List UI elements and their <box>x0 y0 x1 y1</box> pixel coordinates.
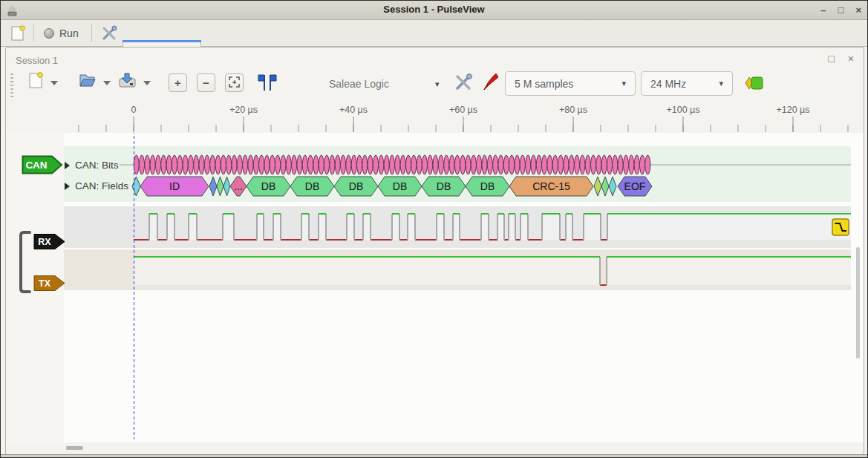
run-button[interactable]: Run <box>39 22 83 45</box>
can-bit[interactable] <box>183 155 188 174</box>
can-bit[interactable] <box>585 155 590 174</box>
can-bit[interactable] <box>210 155 215 174</box>
channel-tag-tx[interactable]: TX <box>33 275 66 292</box>
can-bit[interactable] <box>286 155 291 174</box>
save-dropdown-icon[interactable] <box>143 81 151 85</box>
can-bit[interactable] <box>547 155 552 174</box>
can-bit[interactable] <box>145 155 150 174</box>
device-dropdown-icon[interactable]: ▾ <box>435 79 440 89</box>
can-bit[interactable] <box>454 155 460 174</box>
can-bit[interactable] <box>444 155 449 174</box>
can-bit[interactable] <box>161 155 166 174</box>
can-bit[interactable] <box>536 155 541 174</box>
can-bit[interactable] <box>177 155 183 174</box>
waveform-tx[interactable] <box>134 257 851 285</box>
can-bit[interactable] <box>590 155 595 174</box>
can-bit[interactable] <box>526 155 531 174</box>
sample-count-select[interactable]: 5 M samples ▾ <box>505 71 636 96</box>
can-bit[interactable] <box>629 155 634 174</box>
can-bit[interactable] <box>215 155 221 174</box>
can-bit[interactable] <box>379 155 384 174</box>
sample-rate-select[interactable]: 24 MHz ▾ <box>641 71 733 96</box>
new-file-button[interactable] <box>27 71 45 92</box>
can-bit[interactable] <box>259 155 264 174</box>
toolbar-grip[interactable] <box>10 73 13 97</box>
can-bit[interactable] <box>302 155 307 174</box>
can-bit[interactable] <box>275 155 281 174</box>
decoder-row-fields[interactable]: CAN: Fields <box>65 180 128 192</box>
can-bit[interactable] <box>503 155 509 174</box>
open-dropdown-icon[interactable] <box>103 81 111 85</box>
can-bit[interactable] <box>417 155 422 174</box>
save-button[interactable] <box>117 71 137 92</box>
can-bit[interactable] <box>194 155 199 174</box>
vertical-scrollbar[interactable] <box>856 247 860 359</box>
add-decoder-button[interactable] <box>744 75 766 94</box>
show-cursors-button[interactable] <box>257 73 278 95</box>
can-bit[interactable] <box>373 155 378 174</box>
can-bit[interactable] <box>226 155 232 174</box>
device-label[interactable]: Saleae Logic <box>329 78 389 90</box>
can-bit[interactable] <box>395 155 400 174</box>
zoom-fit-button[interactable] <box>225 73 244 92</box>
can-bit[interactable] <box>634 155 639 174</box>
can-bit[interactable] <box>297 155 302 174</box>
can-bit[interactable] <box>204 155 209 174</box>
can-bit[interactable] <box>580 155 585 174</box>
can-bit[interactable] <box>596 155 601 174</box>
can-bit[interactable] <box>449 155 454 174</box>
can-bit[interactable] <box>166 155 172 174</box>
settings-button[interactable] <box>96 22 123 45</box>
new-file-dropdown-icon[interactable] <box>50 81 58 85</box>
can-bit[interactable] <box>232 155 237 174</box>
can-bit[interactable] <box>569 155 574 174</box>
can-bit[interactable] <box>552 155 558 174</box>
can-bit[interactable] <box>405 155 411 174</box>
can-bit[interactable] <box>384 155 389 174</box>
close-icon[interactable]: × <box>855 3 861 17</box>
can-bit[interactable] <box>607 155 612 174</box>
titlebar[interactable]: Session 1 - PulseView – □ × <box>1 1 867 20</box>
can-bit[interactable] <box>411 155 417 174</box>
channel-group-bracket[interactable] <box>18 230 33 294</box>
panel-close-icon[interactable]: × <box>848 53 854 65</box>
can-bit[interactable] <box>221 155 226 174</box>
can-bit[interactable] <box>618 155 623 174</box>
decoder-tag-can[interactable]: CAN <box>22 155 63 174</box>
can-bit[interactable] <box>330 155 335 174</box>
can-bit[interactable] <box>324 155 329 174</box>
zoom-out-button[interactable]: − <box>197 73 215 92</box>
can-bit[interactable] <box>422 155 427 174</box>
can-bit[interactable] <box>150 155 155 174</box>
can-bit[interactable] <box>248 155 253 174</box>
minimize-icon[interactable]: – <box>820 3 826 17</box>
can-bit[interactable] <box>509 155 515 174</box>
can-bit[interactable] <box>428 155 433 174</box>
can-bit[interactable] <box>389 155 394 174</box>
can-bit[interactable] <box>460 155 466 174</box>
can-bit[interactable] <box>243 155 248 174</box>
can-bit[interactable] <box>335 155 340 174</box>
can-bit[interactable] <box>139 155 144 174</box>
can-bit[interactable] <box>645 155 650 174</box>
can-bit[interactable] <box>292 155 297 174</box>
can-bit[interactable] <box>498 155 503 174</box>
can-bit[interactable] <box>564 155 569 174</box>
can-bit[interactable] <box>613 155 618 174</box>
can-bit[interactable] <box>558 155 563 174</box>
can-bit[interactable] <box>155 155 160 174</box>
zoom-in-button[interactable]: + <box>169 73 187 92</box>
can-bit[interactable] <box>281 155 286 174</box>
can-bit[interactable] <box>471 155 476 174</box>
horizontal-scrollbar[interactable] <box>66 446 83 450</box>
can-bit[interactable] <box>313 155 319 174</box>
can-bit[interactable] <box>574 155 579 174</box>
can-bit[interactable] <box>362 155 368 174</box>
can-bit[interactable] <box>172 155 177 174</box>
can-bit[interactable] <box>515 155 520 174</box>
time-ruler[interactable]: 0+20 µs+40 µs+60 µs+80 µs+100 µs+120 µs <box>6 101 864 133</box>
can-bit[interactable] <box>477 155 482 174</box>
can-bit[interactable] <box>623 155 628 174</box>
can-bit[interactable] <box>433 155 438 174</box>
channels-button[interactable] <box>481 72 500 95</box>
